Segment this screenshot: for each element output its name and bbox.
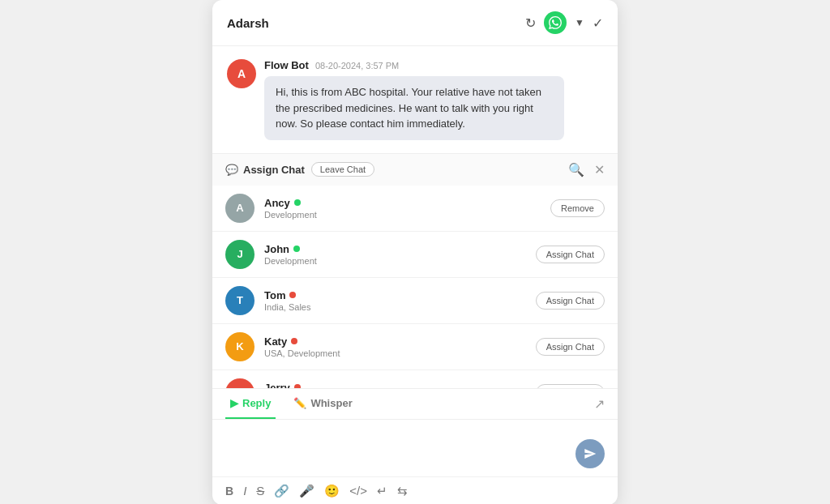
sender-row: Flow Bot 08-20-2024, 3:57 PM [264,59,564,71]
agent-info: Jerry India, Development [264,382,341,388]
agent-avatar: J [225,378,255,388]
agent-row: T Tom India, Sales Assign Chat [212,278,618,324]
assign-title: 💬 Assign Chat [225,164,305,176]
agent-row: K Katy USA, Development Assign Chat [212,324,618,370]
chat-title: Adarsh [227,16,269,30]
assign-header-right: 🔍 ✕ [568,162,605,177]
assign-section: 💬 Assign Chat Leave Chat 🔍 ✕ A Ancy [212,154,618,389]
sender-avatar: A [227,59,256,88]
agent-avatar: K [225,332,255,361]
tab-whisper[interactable]: ✏️ Whisper [289,389,357,419]
reply-whisper-bar: ▶ Reply ✏️ Whisper ↗ [212,389,618,420]
agent-meta: USA, Development [264,348,340,358]
agent-left: K Katy USA, Development [225,332,340,361]
leave-chat-button[interactable]: Leave Chat [311,162,374,177]
agent-avatar: T [225,286,255,315]
undo-icon[interactable]: ↵ [377,484,387,498]
assign-header: 💬 Assign Chat Leave Chat 🔍 ✕ [212,154,618,186]
close-icon[interactable]: ✕ [594,162,605,177]
agent-info: Ancy Development [264,197,317,220]
expand-icon[interactable]: ↗ [594,396,605,412]
refresh-icon[interactable]: ↻ [525,15,536,31]
message-meta: Flow Bot 08-20-2024, 3:57 PM Hi, this is… [264,59,564,140]
agent-info: Tom India, Sales [264,289,310,312]
message-bubble: Hi, this is from ABC hospital. Your rela… [264,76,564,140]
agent-left: J Jerry India, Development [225,378,341,388]
agent-name: Katy [264,335,287,348]
message-area: A Flow Bot 08-20-2024, 3:57 PM Hi, this … [212,46,618,154]
chat-header: Adarsh ↻ ▼ ✓ [212,0,618,46]
agent-avatar: A [225,194,255,223]
status-dot [294,384,301,388]
message-time: 08-20-2024, 3:57 PM [315,61,399,70]
agent-name-row: Jerry [264,382,341,388]
agent-avatar: J [225,240,255,269]
agent-left: T Tom India, Sales [225,286,310,315]
italic-icon[interactable]: I [243,484,246,498]
status-dot [291,338,297,344]
status-dot [289,292,296,298]
reply-input[interactable] [225,428,605,468]
whatsapp-icon[interactable] [544,11,567,34]
sender-name: Flow Bot [264,59,309,71]
search-icon[interactable]: 🔍 [568,162,584,177]
agent-left: A Ancy Development [225,194,317,223]
link-icon[interactable]: 🔗 [274,484,289,498]
text-input-area [212,420,618,476]
header-icons: ↻ ▼ ✓ [525,11,603,34]
agent-row: J Jerry India, Development Assign Chat [212,370,618,388]
dropdown-icon[interactable]: ▼ [575,17,584,28]
agent-name-row: Katy [264,335,340,348]
agent-name-row: John [264,243,317,255]
whisper-icon: ✏️ [293,397,306,409]
agent-row: A Ancy Development Remove [212,186,618,232]
assign-chat-button[interactable]: Assign Chat [536,384,605,388]
code-icon[interactable]: </> [349,484,367,498]
agent-meta: Development [264,256,317,266]
reply-icon: ▶ [230,397,238,409]
agent-info: Katy USA, Development [264,335,340,358]
status-dot [294,199,301,206]
agent-meta: Development [264,210,317,220]
agent-row: J John Development Assign Chat [212,232,618,278]
chat-bubble-icon: 💬 [225,164,238,176]
assign-chat-button[interactable]: Assign Chat [536,292,605,310]
agent-name: Jerry [264,382,290,388]
tab-reply[interactable]: ▶ Reply [225,389,276,419]
assign-chat-button[interactable]: Assign Chat [536,246,605,263]
status-dot [293,246,300,252]
microphone-icon[interactable]: 🎤 [299,484,314,498]
agent-name: Tom [264,289,285,301]
toolbar-bar: B I S 🔗 🎤 🙂 </> ↵ ⇆ [212,476,618,505]
send-button[interactable] [575,439,605,468]
agent-name: Ancy [264,197,290,209]
remove-button[interactable]: Remove [550,199,605,217]
agent-name-row: Tom [264,289,310,301]
agent-list: A Ancy Development Remove J [212,186,618,388]
agent-meta: India, Sales [264,302,310,312]
agent-left: J John Development [225,240,317,269]
shuffle-icon[interactable]: ⇆ [397,484,408,498]
assign-chat-button[interactable]: Assign Chat [536,338,605,356]
bold-icon[interactable]: B [225,485,233,498]
emoji-icon[interactable]: 🙂 [324,484,340,498]
agent-info: John Development [264,243,317,266]
check-icon[interactable]: ✓ [593,15,603,31]
message-row: A Flow Bot 08-20-2024, 3:57 PM Hi, this … [227,59,603,140]
strikethrough-icon[interactable]: S [256,484,264,498]
agent-name-row: Ancy [264,197,317,209]
assign-header-left: 💬 Assign Chat Leave Chat [225,162,374,177]
agent-name: John [264,243,289,255]
chat-panel: Adarsh ↻ ▼ ✓ A Flow Bot 08-20-2024, 3:57… [212,0,618,504]
